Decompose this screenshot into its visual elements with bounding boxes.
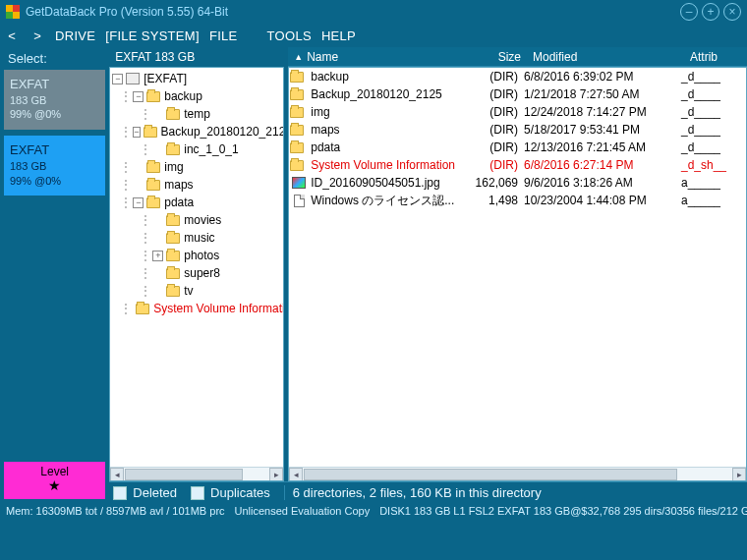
- folder-icon: [136, 304, 149, 314]
- file-attrib: a_____: [681, 176, 744, 190]
- list-row[interactable]: maps(DIR)5/18/2017 9:53:41 PM_d____: [289, 121, 746, 139]
- list-row[interactable]: ID_20160905045051.jpg162,0699/6/2016 3:1…: [289, 174, 746, 192]
- folder-icon: [146, 162, 160, 173]
- menu-drive[interactable]: DRIVE: [55, 28, 95, 43]
- status-license: Unlicensed Evaluation Copy: [235, 505, 371, 519]
- file-size: (DIR): [455, 70, 524, 84]
- file-modified: 6/8/2016 6:39:02 PM: [524, 70, 681, 84]
- folder-icon: [290, 160, 304, 171]
- file-modified: 1/21/2018 7:27:50 AM: [524, 87, 681, 101]
- file-size: 162,069: [455, 176, 524, 190]
- list-row[interactable]: Windows のライセンス認...1,49810/23/2004 1:44:0…: [289, 192, 746, 209]
- status-memory: Mem: 16309MB tot / 8597MB avl / 101MB pr…: [6, 505, 225, 519]
- scroll-thumb[interactable]: [125, 469, 243, 480]
- column-modified[interactable]: Modified: [527, 50, 684, 64]
- column-size[interactable]: Size: [458, 50, 527, 64]
- tree-item-maps[interactable]: ⋮maps: [110, 176, 283, 194]
- nav-forward-button[interactable]: >: [29, 28, 45, 43]
- scroll-right-icon[interactable]: ▸: [732, 468, 746, 481]
- tree-pane: −[EXFAT] ⋮−backup ⋮temp ⋮−Backup_2018012…: [109, 67, 284, 481]
- disk-icon: [126, 73, 140, 84]
- scroll-left-icon[interactable]: ◂: [289, 468, 303, 481]
- folder-icon: [146, 197, 160, 208]
- file-attrib: _d____: [681, 87, 744, 101]
- scroll-thumb[interactable]: [304, 469, 677, 480]
- select-column: Select: EXFAT 183 GB 99% @0% EXFAT 183 G…: [0, 47, 109, 503]
- list-row[interactable]: img(DIR)12/24/2018 7:14:27 PM_d____: [289, 103, 746, 121]
- check-deleted[interactable]: Deleted: [113, 485, 177, 500]
- tree-item-inc[interactable]: ⋮inc_1_0_1: [110, 140, 283, 158]
- column-name[interactable]: ▲Name: [288, 50, 458, 64]
- file-attrib: _d____: [681, 123, 744, 137]
- folder-icon: [290, 142, 304, 153]
- status-disk: DISK1 183 GB L1 FSL2 EXFAT 183 GB@$32,76…: [379, 505, 747, 519]
- folder-icon: [146, 91, 160, 102]
- list-row[interactable]: System Volume Information(DIR)6/8/2016 6…: [289, 156, 746, 174]
- list-horizontal-scrollbar[interactable]: ◂ ▸: [289, 467, 746, 480]
- folder-icon: [166, 144, 180, 155]
- svg-rect-2: [6, 12, 13, 19]
- tree-item-img[interactable]: ⋮img: [110, 158, 283, 176]
- file-attrib: _d_sh__: [681, 158, 744, 172]
- file-size: 1,498: [455, 194, 524, 207]
- list-row[interactable]: pdata(DIR)12/13/2016 7:21:45 AM_d____: [289, 139, 746, 156]
- maximize-button[interactable]: +: [702, 3, 719, 21]
- tree-item-music[interactable]: ⋮music: [110, 229, 283, 247]
- tree-item-svi[interactable]: ⋮System Volume Information: [110, 300, 283, 317]
- file-attrib: a_____: [681, 194, 744, 207]
- file-size: (DIR): [455, 105, 524, 119]
- folder-icon: [290, 107, 304, 118]
- tree-root[interactable]: −[EXFAT]: [110, 70, 283, 87]
- list-pane: backup(DIR)6/8/2016 6:39:02 PM_d____Back…: [288, 67, 747, 481]
- tree-item-movies[interactable]: ⋮movies: [110, 211, 283, 229]
- list-row[interactable]: backup(DIR)6/8/2016 6:39:02 PM_d____: [289, 68, 746, 85]
- folder-icon: [144, 127, 157, 138]
- minimize-button[interactable]: –: [680, 3, 698, 21]
- list-header: ▲Name Size Modified Attrib: [288, 47, 747, 67]
- file-name: ID_20160905045051.jpg: [311, 176, 455, 190]
- tree-item-temp[interactable]: ⋮temp: [110, 105, 283, 123]
- folder-icon: [166, 268, 180, 279]
- folder-icon: [166, 286, 180, 297]
- nav-back-button[interactable]: <: [4, 28, 20, 43]
- file-name: backup: [311, 70, 455, 84]
- file-name: System Volume Information: [311, 158, 455, 172]
- checkbox-icon: [113, 486, 127, 500]
- file-name: Backup_20180120_2125: [311, 87, 455, 101]
- tree-item-backup2[interactable]: ⋮−Backup_20180120_2125: [110, 123, 283, 140]
- file-name: maps: [311, 123, 455, 137]
- tree-header: EXFAT 183 GB: [109, 47, 284, 67]
- scroll-left-icon[interactable]: ◂: [110, 468, 124, 481]
- app-icon: [6, 5, 20, 19]
- close-button[interactable]: ×: [723, 3, 741, 21]
- list-row[interactable]: Backup_20180120_2125(DIR)1/21/2018 7:27:…: [289, 85, 746, 103]
- level-button[interactable]: Level ★: [4, 462, 105, 499]
- tree-item-backup[interactable]: ⋮−backup: [110, 87, 283, 105]
- column-attrib[interactable]: Attrib: [684, 50, 747, 64]
- file-modified: 12/13/2016 7:21:45 AM: [524, 140, 681, 154]
- folder-icon: [290, 89, 304, 100]
- file-attrib: _d____: [681, 70, 744, 84]
- folder-icon: [290, 125, 304, 136]
- check-duplicates[interactable]: Duplicates: [191, 485, 270, 500]
- tree-item-super8[interactable]: ⋮super8: [110, 264, 283, 282]
- bottom-toolbar: Deleted Duplicates 6 directories, 2 file…: [109, 481, 747, 503]
- file-size: (DIR): [455, 140, 524, 154]
- titlebar: GetDataBack Pro (Version 5.55) 64-Bit – …: [0, 0, 747, 24]
- menu-filesystem[interactable]: [FILE SYSTEM]: [105, 28, 200, 43]
- tree-item-tv[interactable]: ⋮tv: [110, 282, 283, 300]
- menu-help[interactable]: HELP: [321, 28, 356, 43]
- menu-file[interactable]: FILE: [209, 28, 238, 43]
- drive-card-2[interactable]: EXFAT 183 GB 99% @0%: [4, 136, 105, 196]
- tree-horizontal-scrollbar[interactable]: ◂ ▸: [110, 467, 283, 480]
- menu-tools[interactable]: TOOLS: [267, 28, 312, 43]
- tree-item-photos[interactable]: ⋮+photos: [110, 247, 283, 264]
- drive-card-1[interactable]: EXFAT 183 GB 99% @0%: [4, 70, 105, 130]
- list-status: 6 directories, 2 files, 160 KB in this d…: [284, 485, 743, 500]
- svg-rect-1: [13, 5, 20, 12]
- image-icon: [292, 177, 306, 189]
- folder-icon: [166, 233, 180, 244]
- tree-item-pdata[interactable]: ⋮−pdata: [110, 194, 283, 211]
- checkbox-icon: [191, 486, 204, 500]
- scroll-right-icon[interactable]: ▸: [269, 468, 283, 481]
